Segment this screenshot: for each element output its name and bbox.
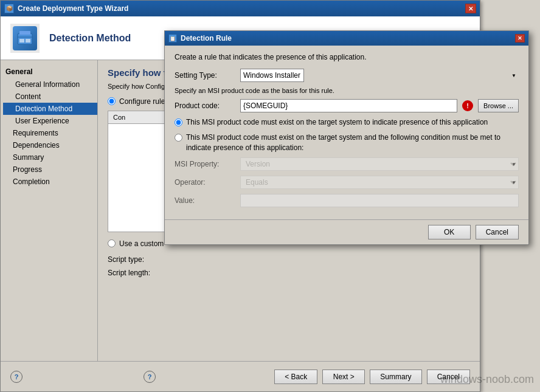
next-button[interactable]: Next > [322,370,365,384]
wizard-footer: ? ? < Back Next > Summary Cancel [1,361,480,391]
script-type-row: Script type: [108,253,470,266]
wizard-sidebar: General General Information Content Dete… [1,60,98,362]
wizard-header-title: Detection Method [49,33,131,44]
msi-property-row: MSI Property: Version [175,157,519,171]
summary-button[interactable]: Summary [370,370,421,384]
msi-description: Specify an MSI product code as the basis… [175,87,519,94]
svg-rect-4 [26,39,30,43]
radio-msi-exists-input[interactable] [175,119,182,126]
product-code-input[interactable] [240,99,457,112]
radio-configure-label: Configure rule [119,97,165,106]
sidebar-item-completion[interactable]: Completion [1,176,97,188]
detection-rule-dialog: 📋 Detection Rule ✕ Create a rule that in… [164,30,529,245]
sidebar-item-requirements[interactable]: Requirements [1,127,97,139]
svg-rect-1 [19,31,30,35]
setting-type-select[interactable]: Windows Installer Registry File System [240,69,304,82]
value-input [240,194,519,207]
dialog-close-button[interactable]: ✕ [515,34,525,43]
sidebar-item-detection-method[interactable]: Detection Method [3,103,97,115]
setting-type-select-wrapper: Windows Installer Registry File System [240,69,519,82]
msi-property-select-wrapper: Version [240,157,519,171]
sidebar-item-general-information[interactable]: General Information [3,78,97,91]
wizard-titlebar-icon: 📦 [4,4,14,13]
operator-select-wrapper: Equals [240,176,519,189]
radio-custom-input[interactable] [108,239,116,247]
sidebar-item-dependencies[interactable]: Dependencies [1,139,97,151]
back-button[interactable]: < Back [274,370,317,384]
radio-msi-exists[interactable]: This MSI product code must exist on the … [175,117,519,128]
help-icon[interactable]: ? [10,371,22,383]
wizard-title: Create Deployment Type Wizard [18,4,462,13]
sidebar-item-progress[interactable]: Progress [1,163,97,176]
radio-configure-input[interactable] [108,97,116,105]
msi-property-select: Version [240,157,519,171]
setting-type-label: Setting Type: [175,71,235,80]
dialog-body: Create a rule that indicates the presenc… [165,46,528,219]
dialog-description: Create a rule that indicates the presenc… [175,53,519,61]
dialog-icon: 📋 [168,34,177,43]
script-length-label: Script length: [108,269,150,277]
dialog-cancel-button[interactable]: Cancel [476,225,519,239]
radio-group: This MSI product code must exist on the … [175,117,519,153]
dialog-footer: OK Cancel [165,219,528,244]
product-code-label: Product code: [175,101,235,110]
radio-msi-condition[interactable]: This MSI product code must exist on the … [175,132,519,153]
value-row: Value: [175,194,519,207]
sidebar-item-summary[interactable]: Summary [1,151,97,163]
wizard-header-icon-container [10,24,40,53]
deployment-icon [16,30,33,47]
svg-rect-3 [19,39,24,43]
dialog-ok-button[interactable]: OK [428,225,471,239]
product-code-row: Product code: ! Browse ... [175,99,519,112]
condition-fields: MSI Property: Version Operator: Equals V… [175,157,519,207]
dialog-title: Detection Rule [181,34,511,43]
wizard-close-button[interactable]: ✕ [465,4,476,13]
radio-msi-condition-label: This MSI product code must exist on the … [186,132,519,153]
value-label: Value: [175,196,235,205]
script-type-label: Script type: [108,255,144,264]
radio-custom-label: Use a custom [119,239,164,248]
sidebar-item-user-experience[interactable]: User Experience [3,115,97,127]
cancel-button[interactable]: Cancel [427,370,470,384]
sidebar-item-content[interactable]: Content [3,91,97,103]
wizard-titlebar: 📦 Create Deployment Type Wizard ✕ [1,1,480,16]
dialog-titlebar: 📋 Detection Rule ✕ [165,31,528,46]
browse-button[interactable]: Browse ... [478,99,519,112]
help-icon-2[interactable]: ? [144,371,156,383]
operator-select: Equals [240,176,519,189]
setting-type-row: Setting Type: Windows Installer Registry… [175,69,519,82]
radio-msi-exists-label: This MSI product code must exist on the … [186,117,488,128]
wizard-header-icon-img [13,26,37,50]
operator-row: Operator: Equals [175,176,519,189]
error-icon: ! [462,100,473,111]
script-length-row: Script length: [108,266,470,280]
operator-label: Operator: [175,178,235,187]
sidebar-section-general: General [1,65,97,78]
msi-property-label: MSI Property: [175,160,235,168]
radio-msi-condition-input[interactable] [175,134,182,142]
